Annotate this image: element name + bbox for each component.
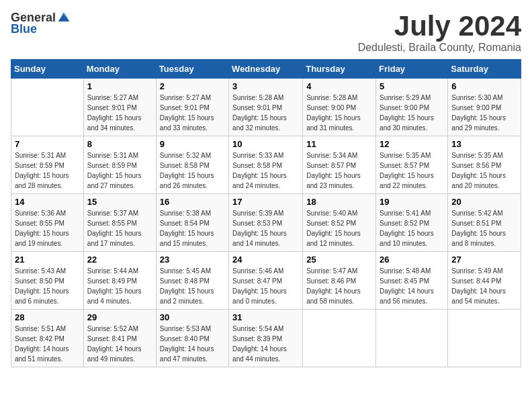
day-info: Sunrise: 5:35 AMSunset: 8:56 PMDaylight:… bbox=[451, 150, 517, 191]
calendar-cell: 17Sunrise: 5:39 AMSunset: 8:53 PMDayligh… bbox=[229, 194, 303, 252]
page-header: General Blue July 2024 Dedulesti, Braila… bbox=[11, 11, 521, 54]
day-number: 21 bbox=[15, 255, 80, 265]
day-info: Sunrise: 5:27 AMSunset: 9:01 PMDaylight:… bbox=[160, 93, 225, 133]
day-number: 4 bbox=[306, 81, 372, 91]
calendar-cell: 7Sunrise: 5:31 AMSunset: 8:59 PMDaylight… bbox=[11, 136, 84, 194]
day-info: Sunrise: 5:36 AMSunset: 8:55 PMDaylight:… bbox=[15, 208, 80, 248]
day-number: 10 bbox=[232, 139, 299, 149]
day-info: Sunrise: 5:51 AMSunset: 8:42 PMDaylight:… bbox=[15, 324, 80, 364]
day-number: 29 bbox=[87, 312, 152, 322]
calendar-cell: 14Sunrise: 5:36 AMSunset: 8:55 PMDayligh… bbox=[11, 194, 84, 252]
day-number: 3 bbox=[232, 81, 299, 91]
weekday-header: Friday bbox=[376, 60, 448, 79]
day-info: Sunrise: 5:40 AMSunset: 8:52 PMDaylight:… bbox=[306, 208, 372, 248]
day-number: 23 bbox=[160, 255, 225, 265]
header-row: SundayMondayTuesdayWednesdayThursdayFrid… bbox=[11, 60, 521, 79]
day-number: 18 bbox=[306, 197, 372, 207]
calendar-cell: 26Sunrise: 5:48 AMSunset: 8:45 PMDayligh… bbox=[376, 252, 448, 310]
day-number: 24 bbox=[232, 255, 299, 265]
calendar-cell: 16Sunrise: 5:38 AMSunset: 8:54 PMDayligh… bbox=[156, 194, 228, 252]
day-info: Sunrise: 5:37 AMSunset: 8:55 PMDaylight:… bbox=[87, 208, 152, 248]
day-number: 22 bbox=[87, 255, 152, 265]
calendar-cell: 11Sunrise: 5:34 AMSunset: 8:57 PMDayligh… bbox=[303, 136, 376, 194]
weekday-header: Sunday bbox=[11, 60, 84, 79]
day-number: 15 bbox=[87, 197, 152, 207]
day-number: 11 bbox=[306, 139, 372, 149]
day-number: 20 bbox=[451, 197, 517, 207]
day-info: Sunrise: 5:42 AMSunset: 8:51 PMDaylight:… bbox=[451, 208, 517, 248]
calendar-cell: 9Sunrise: 5:32 AMSunset: 8:58 PMDaylight… bbox=[156, 136, 228, 194]
day-number: 31 bbox=[232, 312, 299, 322]
calendar-cell: 29Sunrise: 5:52 AMSunset: 8:41 PMDayligh… bbox=[83, 310, 156, 367]
calendar-week-row: 7Sunrise: 5:31 AMSunset: 8:59 PMDaylight… bbox=[11, 136, 521, 194]
day-info: Sunrise: 5:29 AMSunset: 9:00 PMDaylight:… bbox=[380, 93, 444, 133]
day-number: 16 bbox=[160, 197, 225, 207]
calendar-cell: 18Sunrise: 5:40 AMSunset: 8:52 PMDayligh… bbox=[303, 194, 376, 252]
day-number: 8 bbox=[87, 139, 152, 149]
calendar-week-row: 28Sunrise: 5:51 AMSunset: 8:42 PMDayligh… bbox=[11, 310, 521, 367]
calendar-cell: 12Sunrise: 5:35 AMSunset: 8:57 PMDayligh… bbox=[376, 136, 448, 194]
subtitle: Dedulesti, Braila County, Romania bbox=[358, 42, 521, 54]
calendar-cell: 13Sunrise: 5:35 AMSunset: 8:56 PMDayligh… bbox=[448, 136, 521, 194]
day-info: Sunrise: 5:47 AMSunset: 8:46 PMDaylight:… bbox=[306, 266, 372, 306]
day-number: 1 bbox=[87, 81, 152, 91]
day-number: 26 bbox=[380, 255, 444, 265]
calendar-cell: 10Sunrise: 5:33 AMSunset: 8:58 PMDayligh… bbox=[229, 136, 303, 194]
day-info: Sunrise: 5:49 AMSunset: 8:44 PMDaylight:… bbox=[451, 266, 517, 306]
day-info: Sunrise: 5:45 AMSunset: 8:48 PMDaylight:… bbox=[160, 266, 225, 306]
calendar-cell: 22Sunrise: 5:44 AMSunset: 8:49 PMDayligh… bbox=[83, 252, 156, 310]
calendar-cell: 31Sunrise: 5:54 AMSunset: 8:39 PMDayligh… bbox=[229, 310, 303, 367]
calendar-cell: 28Sunrise: 5:51 AMSunset: 8:42 PMDayligh… bbox=[11, 310, 84, 367]
weekday-header: Tuesday bbox=[156, 60, 228, 79]
day-info: Sunrise: 5:43 AMSunset: 8:50 PMDaylight:… bbox=[15, 266, 80, 306]
calendar-table: SundayMondayTuesdayWednesdayThursdayFrid… bbox=[11, 59, 521, 367]
day-info: Sunrise: 5:38 AMSunset: 8:54 PMDaylight:… bbox=[160, 208, 225, 248]
day-info: Sunrise: 5:27 AMSunset: 9:01 PMDaylight:… bbox=[87, 93, 152, 133]
logo-blue: Blue bbox=[11, 22, 37, 36]
day-number: 19 bbox=[380, 197, 444, 207]
calendar-week-row: 1Sunrise: 5:27 AMSunset: 9:01 PMDaylight… bbox=[11, 79, 521, 136]
day-info: Sunrise: 5:41 AMSunset: 8:52 PMDaylight:… bbox=[380, 208, 444, 248]
calendar-cell: 2Sunrise: 5:27 AMSunset: 9:01 PMDaylight… bbox=[156, 79, 228, 136]
weekday-header: Wednesday bbox=[229, 60, 303, 79]
day-number: 6 bbox=[451, 81, 517, 91]
day-info: Sunrise: 5:54 AMSunset: 8:39 PMDaylight:… bbox=[232, 324, 299, 364]
day-number: 30 bbox=[160, 312, 225, 322]
day-number: 7 bbox=[15, 139, 80, 149]
calendar-cell: 21Sunrise: 5:43 AMSunset: 8:50 PMDayligh… bbox=[11, 252, 84, 310]
day-info: Sunrise: 5:30 AMSunset: 9:00 PMDaylight:… bbox=[451, 93, 517, 133]
day-info: Sunrise: 5:35 AMSunset: 8:57 PMDaylight:… bbox=[380, 150, 444, 191]
calendar-cell: 27Sunrise: 5:49 AMSunset: 8:44 PMDayligh… bbox=[448, 252, 521, 310]
calendar-cell: 15Sunrise: 5:37 AMSunset: 8:55 PMDayligh… bbox=[83, 194, 156, 252]
main-title: July 2024 bbox=[358, 11, 521, 42]
day-info: Sunrise: 5:28 AMSunset: 9:00 PMDaylight:… bbox=[306, 93, 372, 133]
logo-icon bbox=[57, 11, 71, 25]
calendar-cell: 19Sunrise: 5:41 AMSunset: 8:52 PMDayligh… bbox=[376, 194, 448, 252]
calendar-cell bbox=[303, 310, 376, 367]
day-info: Sunrise: 5:48 AMSunset: 8:45 PMDaylight:… bbox=[380, 266, 444, 306]
calendar-cell: 20Sunrise: 5:42 AMSunset: 8:51 PMDayligh… bbox=[448, 194, 521, 252]
calendar-cell: 30Sunrise: 5:53 AMSunset: 8:40 PMDayligh… bbox=[156, 310, 228, 367]
calendar-cell: 24Sunrise: 5:46 AMSunset: 8:47 PMDayligh… bbox=[229, 252, 303, 310]
logo: General Blue bbox=[11, 11, 71, 36]
day-number: 14 bbox=[15, 197, 80, 207]
day-number: 12 bbox=[380, 139, 444, 149]
day-number: 5 bbox=[380, 81, 444, 91]
calendar-cell: 4Sunrise: 5:28 AMSunset: 9:00 PMDaylight… bbox=[303, 79, 376, 136]
calendar-cell: 3Sunrise: 5:28 AMSunset: 9:01 PMDaylight… bbox=[229, 79, 303, 136]
calendar-week-row: 21Sunrise: 5:43 AMSunset: 8:50 PMDayligh… bbox=[11, 252, 521, 310]
day-number: 13 bbox=[451, 139, 517, 149]
day-number: 27 bbox=[451, 255, 517, 265]
day-number: 9 bbox=[160, 139, 225, 149]
weekday-header: Monday bbox=[83, 60, 156, 79]
day-number: 25 bbox=[306, 255, 372, 265]
day-info: Sunrise: 5:33 AMSunset: 8:58 PMDaylight:… bbox=[232, 150, 299, 191]
day-number: 2 bbox=[160, 81, 225, 91]
weekday-header: Thursday bbox=[303, 60, 376, 79]
title-block: July 2024 Dedulesti, Braila County, Roma… bbox=[358, 11, 521, 54]
calendar-cell bbox=[11, 79, 84, 136]
day-number: 17 bbox=[232, 197, 299, 207]
day-info: Sunrise: 5:31 AMSunset: 8:59 PMDaylight:… bbox=[87, 150, 152, 191]
day-info: Sunrise: 5:53 AMSunset: 8:40 PMDaylight:… bbox=[160, 324, 225, 364]
day-info: Sunrise: 5:44 AMSunset: 8:49 PMDaylight:… bbox=[87, 266, 152, 306]
